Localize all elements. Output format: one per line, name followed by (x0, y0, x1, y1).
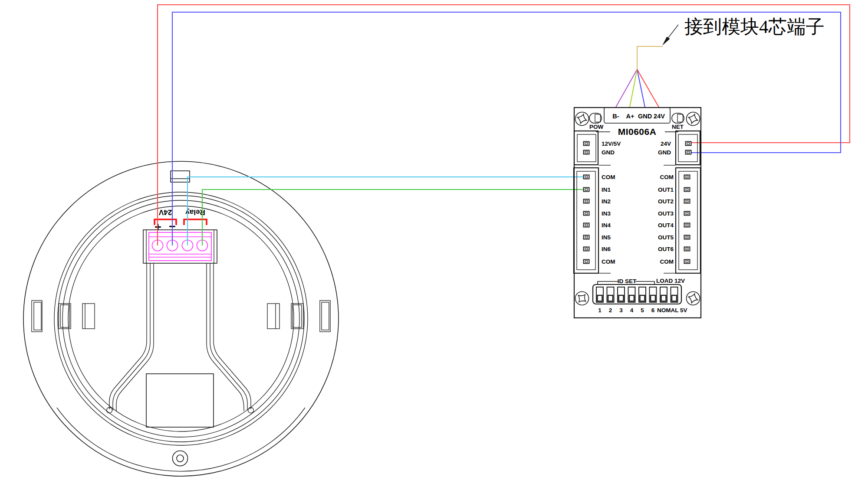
mounting-hole (173, 451, 188, 466)
module-header-terminal: B- A+ GND 24V (604, 108, 670, 123)
pin-label: IN2 (602, 198, 611, 205)
wire-yellow-harness (637, 46, 663, 69)
pin-label: OUT3 (658, 210, 674, 217)
dip-switch-nomal (660, 287, 667, 302)
detector-base: 24V Relay + − (23, 161, 339, 476)
mounting-slot (82, 304, 95, 329)
detector-center-box (146, 374, 214, 427)
callout-text: 接到模块4芯端子 (684, 16, 825, 37)
screw-icon (572, 289, 592, 308)
dip-switch-2 (607, 287, 614, 302)
dip-switch-4 (628, 287, 635, 302)
wire-blue-gnd (172, 12, 841, 245)
header-terminal-label: GND (638, 113, 652, 120)
wire-cyan-com (187, 177, 584, 245)
pin-gnd (584, 150, 589, 154)
mounting-bracket (107, 263, 254, 413)
wire-red-header-24v (637, 69, 659, 107)
pin-label: 24V (661, 140, 671, 147)
dip-number: 1 (598, 307, 602, 314)
pin-label: OUT4 (658, 222, 674, 229)
nomal-5v-label: NOMAL 5V (657, 307, 687, 314)
pow-label: POW (589, 124, 604, 130)
wire-green-in1 (202, 189, 584, 245)
power-connector-left: 12V/5V GND (574, 131, 621, 165)
pin-label: OUT1 (658, 186, 674, 193)
pin-label: OUT5 (658, 234, 674, 241)
wire-purple-b-minus (616, 69, 637, 107)
module-title: MI0606A (618, 127, 657, 137)
wire-red-24v (158, 5, 850, 245)
module-mi0606a: B- A+ GND 24V POW NET MI0606A 12V/5V GND (572, 108, 701, 318)
pin-label: COM (660, 174, 674, 180)
io-connector-left: COM IN1 IN2 IN3 IN4 IN5 IN6 COM (574, 168, 615, 273)
net-label: NET (672, 124, 684, 130)
terminal-block (143, 230, 217, 263)
pin-12v5v (584, 142, 589, 146)
net-led-icon (672, 113, 684, 123)
dip-switch-block: ID SET LOAD 12V 1 2 3 4 5 6 NOMAL 5V (593, 278, 687, 314)
pin-gnd (686, 150, 691, 154)
wiring-diagram-page: 24V Relay + − (0, 0, 868, 477)
id-set-label: ID SET (618, 278, 637, 284)
wiring-diagram: 24V Relay + − (0, 0, 868, 477)
pin-24v (686, 142, 691, 146)
mounting-slot (267, 304, 279, 329)
load-12v-label: LOAD 12V (656, 278, 685, 284)
detector-inner-ring (62, 200, 299, 437)
dip-number: 6 (651, 307, 655, 314)
pin-label: GND (602, 149, 615, 156)
dip-number: 5 (641, 307, 644, 314)
pin-label: IN3 (602, 210, 611, 217)
pin-label: IN4 (602, 222, 611, 229)
mounting-slot (320, 301, 330, 332)
pin-label: IN5 (602, 234, 611, 241)
dip-number: 2 (609, 307, 612, 314)
callout-arrowhead-icon (662, 37, 670, 46)
pin-label: 12V/5V (602, 140, 621, 147)
pin-label: GND (658, 149, 671, 156)
power-connector-right: 24V GND (658, 131, 700, 165)
pin-label: COM (602, 174, 615, 180)
mounting-slot (32, 301, 42, 332)
header-terminal-label: B- (612, 113, 619, 120)
dip-switch-5 (639, 287, 646, 302)
cable-entry-notch (171, 171, 190, 182)
dip-number: 3 (619, 307, 623, 314)
dip-switch-6 (650, 287, 657, 302)
dip-number: 4 (630, 307, 634, 314)
wires (158, 5, 850, 245)
pin-label: COM (602, 258, 615, 265)
dip-switch-1 (596, 287, 603, 302)
pin-label: IN1 (602, 186, 611, 193)
terminal-label-24v: 24V (158, 208, 172, 216)
pin-label: OUT6 (658, 246, 674, 252)
dip-switch-3 (618, 287, 625, 302)
screw-icon (573, 110, 590, 127)
detector-inner-ring (68, 206, 294, 431)
screw-icon (684, 110, 701, 127)
io-connector-right: COM OUT1 OUT2 OUT3 OUT4 OUT5 OUT6 COM (658, 168, 700, 273)
pow-led-icon (589, 113, 602, 123)
callout: 接到模块4芯端子 (662, 16, 825, 46)
pin-label: COM (660, 258, 674, 265)
wire-blue-header-gnd (637, 69, 645, 107)
terminal-block-housing (143, 230, 217, 263)
pin-label: IN6 (602, 246, 611, 252)
dip-switch-5v (671, 287, 678, 302)
screw-icon (684, 290, 701, 307)
header-terminal-label: 24V (654, 113, 665, 120)
pin-label: OUT2 (658, 198, 674, 205)
callout-leader-line (668, 25, 678, 38)
header-terminal-label: A+ (626, 113, 635, 120)
